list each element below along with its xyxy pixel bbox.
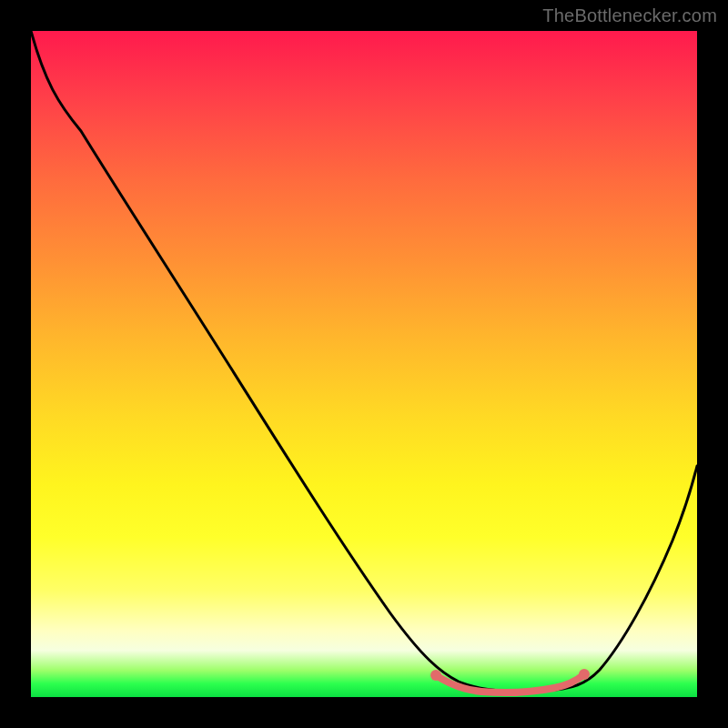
curve-path [31, 31, 697, 692]
highlight-dot-left [430, 670, 441, 681]
highlight-dot-right [579, 669, 590, 680]
watermark-text: TheBottlenecker.com [542, 5, 717, 26]
plot-area [31, 31, 697, 697]
chart-frame: TheBottlenecker.com [0, 0, 728, 728]
bottleneck-curve [31, 31, 697, 697]
highlight-segment [436, 674, 584, 693]
